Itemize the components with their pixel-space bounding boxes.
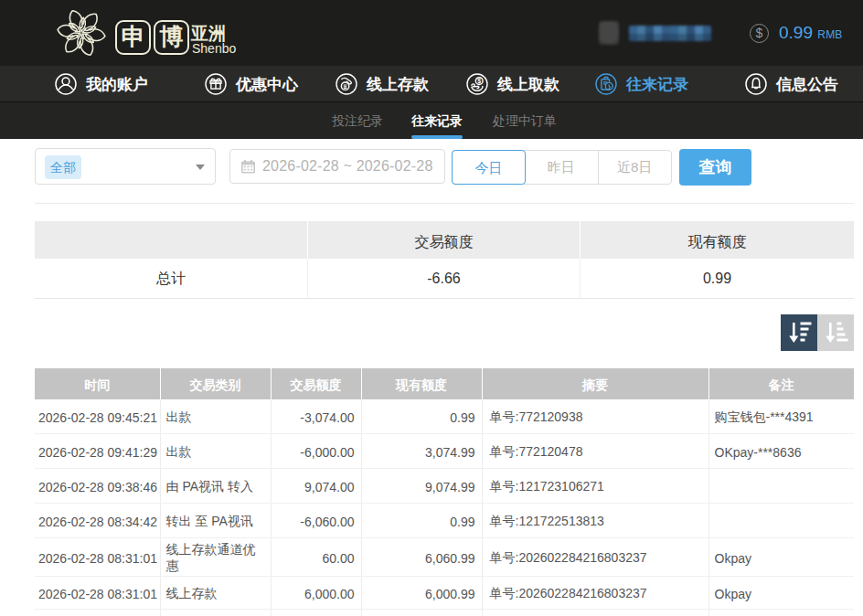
svg-text:$: $ [477,78,481,85]
